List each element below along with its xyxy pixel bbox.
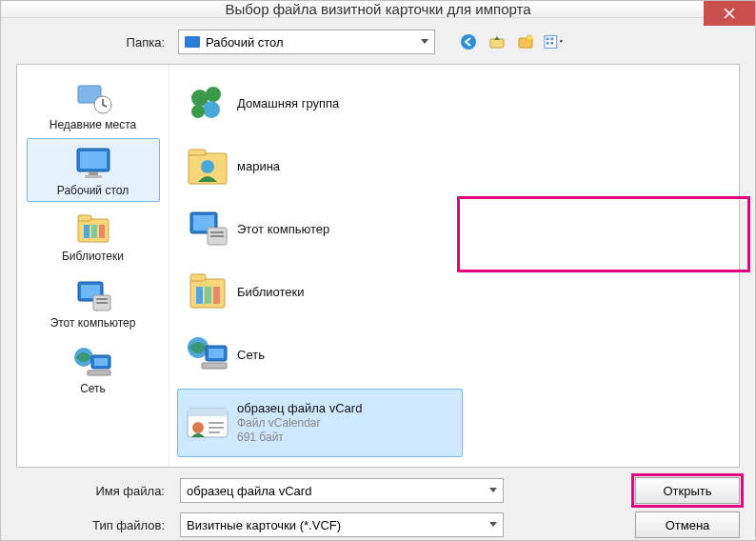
network-file-icon	[184, 331, 231, 379]
back-arrow-icon	[460, 33, 477, 50]
open-button-label: Открыть	[663, 484, 711, 498]
libraries-file-icon	[184, 269, 231, 316]
place-label: Этот компьютер	[50, 317, 136, 330]
close-button[interactable]	[704, 1, 755, 26]
svg-rect-17	[84, 225, 90, 238]
file-list[interactable]: Домашняя группа марина Этот компьютер	[169, 65, 739, 467]
bottom-controls: Имя файла: образец файла vCard Открыть Т…	[16, 477, 740, 541]
view-menu-button[interactable]	[544, 31, 565, 52]
dialog-body: Папка: Рабочий стол	[1, 18, 755, 541]
svg-rect-44	[205, 287, 211, 304]
place-label: Сеть	[80, 383, 106, 395]
back-button[interactable]	[458, 31, 479, 52]
filetype-dropdown[interactable]: Визитные карточки (*.VCF)	[180, 512, 504, 537]
filetype-label: Тип файлов:	[16, 518, 169, 532]
file-item-homegroup[interactable]: Домашняя группа	[177, 74, 453, 133]
filename-value: образец файла vCard	[187, 484, 311, 498]
svg-rect-13	[89, 171, 98, 175]
file-name: Этот компьютер	[237, 222, 329, 237]
folder-up-icon	[488, 33, 506, 50]
place-libraries[interactable]: Библиотеки	[27, 204, 160, 268]
new-folder-icon	[517, 33, 534, 50]
folder-row: Папка: Рабочий стол	[16, 30, 740, 54]
file-item-network[interactable]: Сеть	[177, 326, 453, 385]
filetype-value: Визитные карточки (*.VCF)	[187, 518, 341, 532]
chevron-down-icon	[489, 522, 497, 527]
selection-highlight	[457, 196, 750, 272]
place-label: Библиотеки	[62, 250, 124, 263]
svg-rect-5	[547, 37, 549, 40]
svg-point-35	[201, 160, 214, 173]
svg-rect-40	[210, 235, 224, 237]
file-item-computer[interactable]: Этот компьютер	[177, 200, 453, 259]
svg-rect-12	[80, 151, 107, 169]
file-size-text: 691 байт	[237, 431, 362, 445]
svg-point-3	[527, 35, 532, 41]
svg-rect-19	[99, 225, 105, 238]
file-name: Библиотеки	[237, 285, 304, 300]
svg-rect-7	[547, 42, 549, 45]
svg-rect-53	[209, 422, 224, 424]
homegroup-icon	[184, 80, 231, 128]
place-network[interactable]: Сеть	[27, 336, 160, 400]
svg-rect-8	[550, 42, 553, 45]
svg-rect-55	[209, 431, 220, 433]
recent-places-icon	[71, 79, 115, 117]
svg-rect-27	[94, 358, 108, 366]
new-folder-button[interactable]	[515, 31, 536, 52]
svg-rect-18	[91, 225, 97, 238]
svg-rect-54	[209, 427, 224, 429]
svg-rect-24	[96, 302, 108, 304]
folder-label: Папка:	[16, 35, 169, 50]
file-dialog-window: Выбор файла визитной карточки для импорт…	[0, 0, 756, 541]
folder-dropdown-value: Рабочий стол	[206, 35, 284, 50]
places-bar: Недавние места Рабочий стол Библиотеки	[17, 65, 169, 467]
svg-rect-1	[490, 39, 504, 48]
file-name: Сеть	[237, 348, 265, 363]
cancel-button-label: Отмена	[666, 518, 710, 532]
svg-point-52	[192, 422, 204, 433]
svg-rect-45	[213, 287, 220, 304]
svg-rect-43	[196, 287, 203, 304]
titlebar: Выбор файла визитной карточки для импорт…	[1, 1, 755, 18]
file-item-libraries[interactable]: Библиотеки	[177, 263, 453, 322]
vcard-file-icon	[184, 399, 231, 447]
place-desktop[interactable]: Рабочий стол	[27, 138, 160, 202]
file-item-vcard[interactable]: образец файла vCard Файл vCalendar 691 б…	[177, 389, 463, 457]
svg-point-0	[461, 34, 476, 50]
network-icon	[71, 343, 115, 381]
chevron-down-icon	[489, 488, 497, 492]
file-name: образец файла vCard	[237, 401, 362, 416]
cancel-button[interactable]: Отмена	[635, 511, 740, 538]
filename-label: Имя файла:	[16, 484, 169, 498]
libraries-icon	[71, 210, 115, 249]
svg-rect-28	[88, 371, 110, 375]
file-name: Домашняя группа	[237, 96, 339, 111]
folder-dropdown[interactable]: Рабочий стол	[178, 30, 435, 54]
desktop-monitor-icon	[71, 145, 115, 183]
place-computer[interactable]: Этот компьютер	[27, 270, 160, 334]
place-label: Недавние места	[50, 119, 136, 131]
place-recent[interactable]: Недавние места	[27, 72, 160, 136]
filename-input[interactable]: образец файла vCard	[180, 478, 504, 503]
svg-point-31	[203, 101, 220, 118]
place-label: Рабочий стол	[57, 185, 129, 197]
file-type-text: Файл vCalendar	[237, 416, 362, 431]
file-name: марина	[237, 159, 280, 174]
up-button[interactable]	[487, 31, 507, 52]
svg-rect-34	[189, 150, 206, 155]
computer-file-icon	[184, 206, 231, 253]
open-button[interactable]: Открыть	[635, 477, 740, 504]
window-title: Выбор файла визитной карточки для импорт…	[225, 1, 530, 17]
svg-point-30	[206, 87, 221, 102]
desktop-icon	[185, 36, 200, 48]
svg-point-32	[191, 105, 205, 118]
user-folder-icon	[184, 143, 231, 190]
close-icon	[724, 8, 735, 19]
file-item-user[interactable]: марина	[177, 137, 453, 196]
view-grid-icon	[544, 33, 565, 50]
svg-rect-49	[202, 363, 227, 369]
svg-rect-51	[188, 409, 228, 416]
folder-toolbar	[458, 31, 565, 52]
svg-rect-48	[209, 349, 224, 358]
